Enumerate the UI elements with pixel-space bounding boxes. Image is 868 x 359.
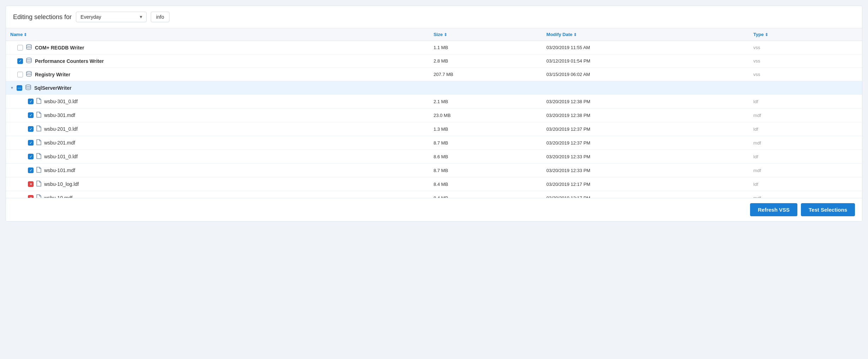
item-size: 8.7 MB: [429, 164, 542, 177]
item-modify-date: 03/15/2019 06:02 AM: [542, 68, 749, 81]
item-modify-date: 03/20/2019 12:33 PM: [542, 150, 749, 164]
table-row: ▼— SqlServerWriter: [6, 81, 862, 95]
file-icon: [36, 112, 41, 119]
svg-point-1: [26, 58, 31, 60]
item-name: SqlServerWriter: [34, 85, 72, 91]
table-row: ✓ wsbu-301_0.ldf2.1 MB03/20/2019 12:38 P…: [6, 95, 862, 108]
item-modify-date: 03/20/2019 12:17 PM: [542, 177, 749, 191]
checkbox[interactable]: ✓: [28, 126, 34, 132]
table-row: ✓ wsbu-101_0.ldf8.6 MB03/20/2019 12:33 P…: [6, 150, 862, 164]
col-header-size[interactable]: Size: [429, 28, 542, 41]
table-row: Registry Writer207.7 MB03/15/2019 06:02 …: [6, 68, 862, 81]
item-name: wsbu-10.mdf: [44, 195, 72, 198]
selections-table: Name Size Modify Date Type COM+ REGDB Wr…: [6, 28, 862, 198]
item-type: mdf: [749, 136, 862, 150]
item-modify-date: 03/20/2019 11:55 AM: [542, 41, 749, 54]
table-row: ✕ wsbu-10_log.ldf8.4 MB03/20/2019 12:17 …: [6, 177, 862, 191]
item-name: wsbu-201.mdf: [44, 140, 75, 146]
file-icon: [36, 181, 41, 188]
database-icon: [25, 84, 31, 91]
item-type: ldf: [749, 177, 862, 191]
item-type: vss: [749, 54, 862, 68]
item-name: wsbu-101_0.ldf: [44, 154, 78, 159]
item-type: vss: [749, 41, 862, 54]
checkbox[interactable]: ✓: [28, 112, 34, 118]
svg-point-2: [26, 71, 31, 73]
item-size: [429, 81, 542, 95]
item-type: mdf: [749, 108, 862, 122]
database-icon: [26, 44, 32, 51]
file-icon: [36, 194, 41, 198]
table-row: ✓ Performance Counters Writer2.8 MB03/12…: [6, 54, 862, 68]
schedule-dropdown[interactable]: Everyday Weekly Monthly: [76, 12, 147, 22]
item-type: mdf: [749, 191, 862, 198]
item-size: 2.1 MB: [429, 95, 542, 108]
item-type: ldf: [749, 95, 862, 108]
item-size: 8.4 MB: [429, 191, 542, 198]
header: Editing selections for Everyday Weekly M…: [6, 6, 862, 28]
item-modify-date: 03/20/2019 12:17 PM: [542, 191, 749, 198]
table-row: ✓ wsbu-201.mdf8.7 MB03/20/2019 12:37 PMm…: [6, 136, 862, 150]
file-icon: [36, 125, 41, 133]
refresh-vss-button[interactable]: Refresh VSS: [750, 203, 797, 216]
item-modify-date: [542, 81, 749, 95]
table-row: ✓ wsbu-201_0.ldf1.3 MB03/20/2019 12:37 P…: [6, 122, 862, 136]
item-size: 8.6 MB: [429, 150, 542, 164]
col-header-date[interactable]: Modify Date: [542, 28, 749, 41]
checkbox[interactable]: ✓: [28, 140, 34, 146]
item-modify-date: 03/20/2019 12:38 PM: [542, 108, 749, 122]
col-header-name[interactable]: Name: [6, 28, 429, 41]
item-modify-date: 03/20/2019 12:37 PM: [542, 122, 749, 136]
editing-label: Editing selections for: [13, 13, 72, 21]
info-button[interactable]: info: [151, 12, 170, 22]
file-icon: [36, 153, 41, 160]
table-row: ✕ wsbu-10.mdf8.4 MB03/20/2019 12:17 PMmd…: [6, 191, 862, 198]
expand-arrow-icon[interactable]: ▼: [10, 86, 14, 90]
item-size: 8.7 MB: [429, 136, 542, 150]
item-modify-date: 03/12/2019 01:54 PM: [542, 54, 749, 68]
item-name: wsbu-201_0.ldf: [44, 126, 78, 132]
item-type: vss: [749, 68, 862, 81]
item-name: wsbu-301.mdf: [44, 112, 75, 118]
table-body: COM+ REGDB Writer1.1 MB03/20/2019 11:55 …: [6, 41, 862, 198]
checkbox[interactable]: [17, 72, 23, 77]
table-row: ✓ wsbu-301.mdf23.0 MB03/20/2019 12:38 PM…: [6, 108, 862, 122]
item-size: 2.8 MB: [429, 54, 542, 68]
checkbox[interactable]: —: [17, 85, 22, 91]
checkbox[interactable]: [17, 45, 23, 51]
item-modify-date: 03/20/2019 12:37 PM: [542, 136, 749, 150]
checkbox[interactable]: ✓: [28, 154, 34, 159]
item-name: Performance Counters Writer: [35, 58, 104, 64]
item-name: Registry Writer: [35, 72, 70, 77]
test-selections-button[interactable]: Test Selections: [801, 203, 855, 216]
file-icon: [36, 139, 41, 146]
item-name: wsbu-10_log.ldf: [44, 181, 79, 187]
item-type: ldf: [749, 150, 862, 164]
svg-point-0: [26, 45, 31, 46]
checkbox[interactable]: ✕: [28, 195, 34, 198]
item-name: COM+ REGDB Writer: [35, 45, 84, 51]
item-modify-date: 03/20/2019 12:33 PM: [542, 164, 749, 177]
table-row: ✓ wsbu-101.mdf8.7 MB03/20/2019 12:33 PMm…: [6, 164, 862, 177]
checkbox[interactable]: ✓: [28, 99, 34, 104]
footer: Refresh VSS Test Selections: [6, 198, 862, 221]
svg-point-3: [26, 85, 31, 87]
item-size: 1.3 MB: [429, 122, 542, 136]
schedule-dropdown-wrapper: Everyday Weekly Monthly ▼: [76, 12, 147, 22]
checkbox[interactable]: ✓: [28, 167, 34, 173]
file-icon: [36, 98, 41, 105]
database-icon: [26, 58, 32, 64]
table-header: Name Size Modify Date Type: [6, 28, 862, 41]
checkbox[interactable]: ✕: [28, 181, 34, 187]
item-type: mdf: [749, 164, 862, 177]
checkbox[interactable]: ✓: [17, 58, 23, 64]
col-header-type[interactable]: Type: [749, 28, 862, 41]
item-size: 23.0 MB: [429, 108, 542, 122]
item-type: [749, 81, 862, 95]
file-table-area: Name Size Modify Date Type COM+ REGDB Wr…: [6, 28, 862, 198]
item-size: 8.4 MB: [429, 177, 542, 191]
item-modify-date: 03/20/2019 12:38 PM: [542, 95, 749, 108]
main-container: Editing selections for Everyday Weekly M…: [6, 6, 862, 222]
table-row: COM+ REGDB Writer1.1 MB03/20/2019 11:55 …: [6, 41, 862, 54]
database-icon: [26, 71, 32, 78]
